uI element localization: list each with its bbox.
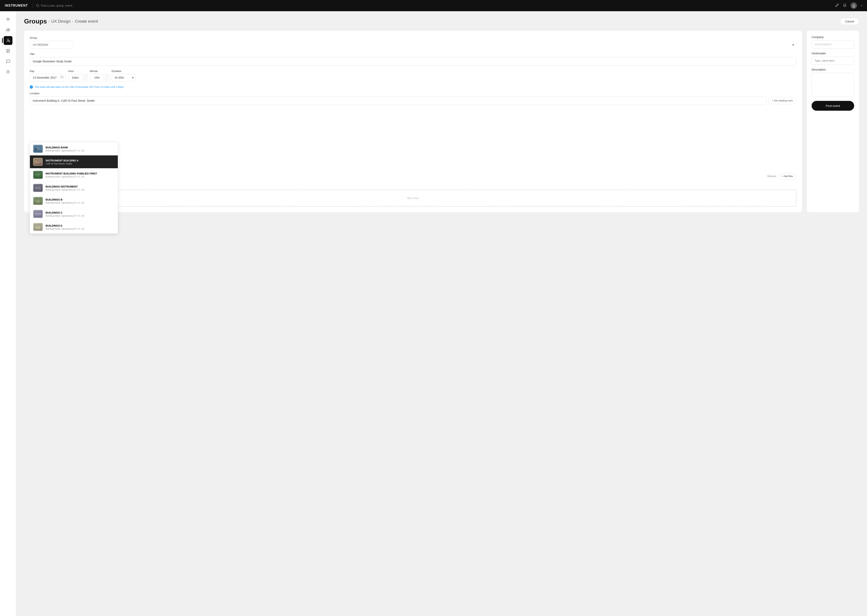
- location-addr-7: Buildings Bank, Sgrewsbury,SY 4 2, US: [46, 228, 115, 230]
- cancel-button[interactable]: Cancel: [840, 18, 859, 25]
- user-menu-chevron[interactable]: ▾: [861, 4, 862, 7]
- day-group: Day: [30, 69, 66, 82]
- sidebar-item-notes[interactable]: [4, 47, 13, 55]
- location-thumb-4: [33, 184, 43, 192]
- minute-label: Minute: [90, 69, 109, 72]
- sidebar: [0, 11, 16, 616]
- hour-label: Hour: [68, 69, 88, 72]
- location-addr-1: Buildings Bank, Sgrewsbury,SY 4 2, US: [46, 149, 115, 152]
- company-input[interactable]: [812, 40, 854, 49]
- breadcrumb: Groups › UX Design › Create event Cancel: [24, 18, 859, 25]
- breadcrumb-groups[interactable]: Groups: [24, 18, 47, 25]
- location-addr-3: Buildings Bank, Sgrewsbury,SY 4 2, US: [46, 176, 115, 178]
- svg-rect-40: [36, 200, 40, 203]
- app-logo: INSTRUMENT: [5, 4, 28, 8]
- sidebar-item-person[interactable]: [4, 36, 13, 45]
- duration-select[interactable]: 1h 45m 30m 1h 2h: [112, 74, 136, 82]
- upload-dropzone[interactable]: files here: [30, 190, 796, 207]
- hour-group: Hour + −: [68, 69, 88, 82]
- sidebar-item-chat[interactable]: [4, 57, 13, 66]
- svg-rect-27: [39, 148, 41, 150]
- svg-rect-25: [35, 148, 36, 150]
- location-option-3[interactable]: INSTRUMENT BUILDING FAMILIES FIRST Build…: [30, 168, 118, 181]
- location-info-3: INSTRUMENT BUILDING FAMILIES FIRST Build…: [46, 172, 115, 178]
- topnav-right: ▾: [835, 2, 862, 9]
- location-option-2[interactable]: INSTRUMENT BUILDING A 1180 St Paul Stree…: [30, 156, 118, 168]
- hostmaster-input[interactable]: [812, 57, 854, 65]
- duration-select-wrap: 1h 45m 30m 1h 2h ▾: [112, 74, 136, 82]
- upload-file-row: [30, 182, 796, 188]
- hour-input[interactable]: [68, 74, 82, 82]
- minute-increment-button[interactable]: +: [105, 74, 109, 78]
- add-files-button[interactable]: + Add files: [778, 173, 796, 179]
- svg-line-1: [38, 6, 39, 7]
- location-thumb-6: [33, 210, 43, 218]
- user-avatar[interactable]: [851, 2, 857, 9]
- breadcrumb-sep-1: ›: [49, 19, 50, 24]
- location-thumb-7: [33, 223, 43, 231]
- location-input[interactable]: [30, 96, 766, 105]
- location-name-2: INSTRUMENT BUILDING A: [46, 159, 115, 162]
- svg-rect-48: [38, 227, 38, 229]
- sidebar-item-layers[interactable]: [4, 15, 13, 24]
- main-content: Groups › UX Design › Create event Cancel…: [16, 11, 867, 616]
- title-input[interactable]: [30, 57, 796, 66]
- group-label: Group: [30, 36, 796, 39]
- location-name-1: BUILDINGS BANK: [46, 146, 115, 149]
- location-addr-5: Buildings Bank, Sgrewsbury,SY 4 2, US: [46, 201, 115, 204]
- remove-button[interactable]: Remove: [768, 175, 777, 178]
- description-textarea[interactable]: [812, 73, 854, 97]
- location-option-5[interactable]: BUILDINGS B Buildings Bank, Sgrewsbury,S…: [30, 195, 118, 207]
- svg-point-8: [6, 29, 8, 30]
- description-section: Description: [812, 68, 854, 97]
- minute-spinner: + −: [105, 74, 109, 81]
- upload-section: Upload Remove + Add files: [30, 173, 796, 207]
- description-label: Description: [812, 68, 854, 71]
- upload-actions: Remove + Add files: [768, 173, 796, 179]
- day-label: Day: [30, 69, 66, 72]
- location-info-1: BUILDINGS BANK Buildings Bank, Sgrewsbur…: [46, 146, 115, 152]
- post-event-button[interactable]: Post event: [812, 101, 854, 111]
- hour-decrement-button[interactable]: −: [84, 78, 88, 81]
- svg-rect-34: [36, 173, 40, 176]
- location-thumb-1: [33, 145, 43, 153]
- location-info-7: BUILDINGS E Buildings Bank, Sgrewsbury,S…: [46, 224, 115, 230]
- location-name-6: BUILDINGS C: [46, 211, 115, 214]
- breadcrumb-group-name[interactable]: UX Design: [51, 19, 71, 24]
- edit-icon[interactable]: [835, 3, 839, 8]
- hostmaster-label: Hostmaster: [812, 52, 854, 55]
- location-addr-6: Buildings Bank, Sgrewsbury,SY 4 2, US: [46, 215, 115, 217]
- minute-input[interactable]: [90, 74, 104, 82]
- event-info-message: ✓ This event will take place on the 13th…: [30, 85, 796, 89]
- location-thumb-3: [33, 171, 43, 179]
- search-bar[interactable]: [36, 4, 832, 7]
- location-option-4[interactable]: BUILDINGS INSTRUMENT Buildings Bank, Sgr…: [30, 181, 118, 195]
- datetime-row: Day: [30, 69, 796, 82]
- group-select-wrapper: UX DESIGN ▾: [30, 41, 796, 49]
- svg-rect-37: [35, 187, 41, 190]
- sidebar-item-users[interactable]: [4, 26, 13, 35]
- set-meeting-room-button[interactable]: + Set meeting room: [768, 97, 796, 104]
- location-option-7[interactable]: BUILDINGS E Buildings Bank, Sgrewsbury,S…: [30, 221, 118, 233]
- title-label: Title: [30, 53, 796, 55]
- group-select-chevron-icon: ▾: [792, 43, 794, 47]
- notifications-icon[interactable]: [843, 3, 847, 8]
- location-name-4: BUILDINGS INSTRUMENT: [46, 185, 115, 188]
- svg-rect-5: [6, 18, 9, 19]
- minute-decrement-button[interactable]: −: [105, 78, 109, 81]
- svg-point-18: [7, 71, 9, 72]
- duration-label: Duration: [112, 69, 136, 72]
- hour-input-wrap: + −: [68, 74, 88, 82]
- search-input[interactable]: [41, 4, 93, 7]
- svg-point-10: [7, 39, 9, 41]
- location-option-1[interactable]: BUILDINGS BANK Buildings Bank, Sgrewsbur…: [30, 142, 118, 156]
- hour-increment-button[interactable]: +: [84, 74, 88, 78]
- svg-rect-30: [35, 160, 37, 164]
- location-name-3: INSTRUMENT BUILDING FAMILIES FIRST: [46, 172, 115, 175]
- sidebar-item-settings[interactable]: [4, 68, 13, 76]
- location-option-6[interactable]: BUILDINGS C Buildings Bank, Sgrewsbury,S…: [30, 207, 118, 221]
- location-name-7: BUILDINGS E: [46, 224, 115, 227]
- group-select[interactable]: UX DESIGN: [30, 41, 74, 49]
- hostmaster-section: Hostmaster: [812, 52, 854, 65]
- upload-header: Upload Remove + Add files: [30, 173, 796, 179]
